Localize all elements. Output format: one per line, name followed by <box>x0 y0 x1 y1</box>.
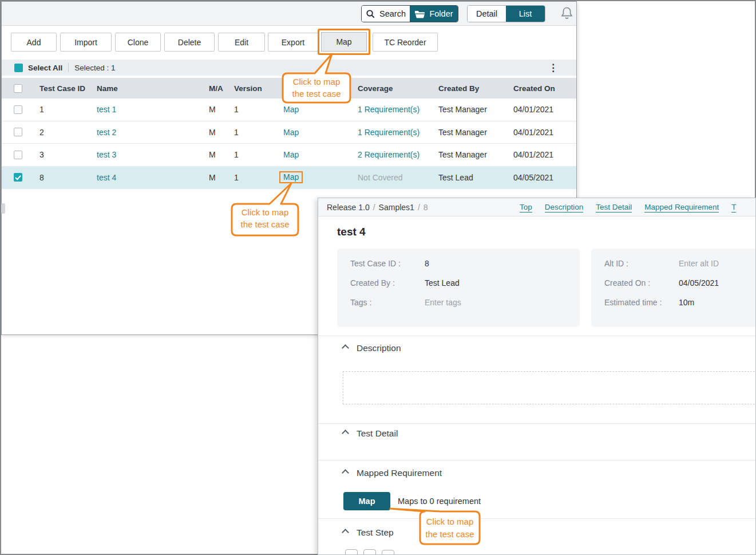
screenshot-frame: Search Folder Detail List <box>0 0 756 555</box>
scroll-handle[interactable] <box>1 203 5 214</box>
created-on-value: 04/05/2021 <box>679 278 719 288</box>
delete-button[interactable]: Delete <box>164 33 215 52</box>
cell-created-on: 04/05/2021 <box>508 173 576 182</box>
nav-link-top[interactable]: Top <box>520 203 532 212</box>
tc-reorder-button[interactable]: TC Reorder <box>373 33 438 52</box>
cell-created-by: Test Lead <box>433 173 508 182</box>
section-heading-mapped-requirement: Mapped Requirement <box>357 468 442 478</box>
collapse-chevron-icon[interactable] <box>342 344 349 352</box>
cell-created-on: 04/01/2021 <box>508 128 576 137</box>
collapse-chevron-icon[interactable] <box>342 529 349 536</box>
cell-created-by: Test Manager <box>433 150 508 159</box>
delete-label: Delete <box>178 38 201 47</box>
breadcrumb-folder[interactable]: Samples1 <box>379 203 414 212</box>
nav-link-clipped[interactable]: T <box>731 203 736 212</box>
row-checkbox[interactable] <box>14 151 22 159</box>
divider <box>318 460 755 460</box>
map-link[interactable]: Map <box>283 172 299 182</box>
collapse-chevron-icon[interactable] <box>342 430 349 437</box>
folder-button[interactable]: Folder <box>410 6 458 22</box>
maps-to-count: Maps to 0 requirement <box>398 497 481 506</box>
cell-id: 1 <box>34 105 91 114</box>
map-link-highlight-outline: Map <box>279 171 303 183</box>
description-edit-area[interactable] <box>343 371 756 404</box>
more-options-icon[interactable]: ⋮ <box>548 62 558 74</box>
coverage-link[interactable]: 1 Requirement(s) <box>358 128 419 137</box>
collapse-chevron-icon[interactable] <box>342 469 349 477</box>
row-checkbox[interactable] <box>14 128 22 136</box>
test-step-icon[interactable] <box>345 549 358 555</box>
col-name: Name <box>91 84 203 93</box>
add-button[interactable]: Add <box>11 33 57 52</box>
field-label: Test Case ID : <box>350 259 425 268</box>
list-view-button[interactable]: List <box>506 6 545 22</box>
table-row[interactable]: 1 test 1 M 1 Map 1 Requirement(s) Test M… <box>2 99 576 121</box>
row-checkbox-checked[interactable] <box>14 173 22 182</box>
select-all-checkbox[interactable] <box>14 64 23 72</box>
coverage-link[interactable]: 2 Requirement(s) <box>358 150 419 159</box>
detail-view-button[interactable]: Detail <box>468 6 506 22</box>
test-case-link[interactable]: test 1 <box>97 105 116 114</box>
test-case-link[interactable]: test 2 <box>97 128 116 137</box>
nav-link-test-detail[interactable]: Test Detail <box>596 203 632 212</box>
section-heading-test-step: Test Step <box>357 528 394 538</box>
header-checkbox[interactable] <box>14 84 22 93</box>
test-case-title: test 4 <box>337 226 366 238</box>
edit-label: Edit <box>235 38 248 47</box>
row-checkbox[interactable] <box>14 105 22 114</box>
map-toolbar-button[interactable]: Map <box>321 32 367 52</box>
test-case-id-value: 8 <box>425 259 429 268</box>
folder-label: Folder <box>429 9 453 18</box>
cell-created-by: Test Manager <box>433 105 508 114</box>
cell-ma: M <box>203 150 228 159</box>
field-label: Created On : <box>604 278 679 288</box>
col-coverage: Coverage <box>352 84 433 93</box>
test-case-link[interactable]: test 4 <box>97 173 116 182</box>
map-link[interactable]: Map <box>283 128 299 137</box>
top-bar: Search Folder Detail List <box>2 2 576 26</box>
selected-count: Selected : 1 <box>74 64 115 72</box>
col-ma: M/A <box>203 84 228 93</box>
tags-input[interactable]: Enter tags <box>425 298 461 307</box>
search-icon <box>366 9 375 19</box>
cell-id: 8 <box>34 173 91 182</box>
created-by-value: Test Lead <box>425 278 460 288</box>
edit-button[interactable]: Edit <box>218 33 265 52</box>
table-row-selected[interactable]: 8 test 4 M 1 Map Not Covered Test Lead 0… <box>2 167 576 190</box>
nav-link-mapped-requirement[interactable]: Mapped Requirement <box>644 203 719 212</box>
map-link[interactable]: Map <box>283 105 299 114</box>
field-label: Created By : <box>350 278 425 288</box>
test-case-link[interactable]: test 3 <box>97 150 116 159</box>
col-created-by: Created By <box>433 84 508 93</box>
search-button[interactable]: Search <box>362 6 410 22</box>
map-requirement-button[interactable]: Map <box>343 492 390 510</box>
clone-button[interactable]: Clone <box>115 33 161 52</box>
info-card-left: Test Case ID : 8 Created By : Test Lead … <box>337 249 580 327</box>
separator <box>68 63 69 72</box>
export-button[interactable]: Export <box>268 33 318 52</box>
cell-version: 1 <box>228 173 278 182</box>
alt-id-input[interactable]: Enter alt ID <box>679 259 719 268</box>
table-row[interactable]: 3 test 3 M 1 Map 2 Requirement(s) Test M… <box>2 144 576 167</box>
section-heading-test-detail: Test Detail <box>357 428 398 439</box>
divider <box>318 423 755 424</box>
notification-bell-icon[interactable] <box>560 6 573 21</box>
test-step-icon[interactable] <box>382 550 394 555</box>
coverage-link[interactable]: 1 Requirement(s) <box>358 105 419 114</box>
estimated-time-value: 10m <box>679 298 694 307</box>
cell-ma: M <box>203 173 228 182</box>
nav-link-description[interactable]: Description <box>545 203 584 212</box>
field-label: Tags : <box>350 298 425 307</box>
field-label: Estimated time : <box>604 298 679 307</box>
test-step-icon[interactable] <box>363 549 376 555</box>
map-link[interactable]: Map <box>283 150 299 159</box>
import-button[interactable]: Import <box>60 33 112 52</box>
field-label: Alt ID : <box>604 259 679 268</box>
breadcrumb-current: 8 <box>423 203 428 212</box>
cell-created-on: 04/01/2021 <box>508 150 576 159</box>
divider <box>318 336 755 336</box>
add-label: Add <box>27 38 41 47</box>
cell-version: 1 <box>228 128 278 137</box>
breadcrumb-release[interactable]: Release 1.0 <box>327 203 370 212</box>
table-row[interactable]: 2 test 2 M 1 Map 1 Requirement(s) Test M… <box>2 121 576 144</box>
